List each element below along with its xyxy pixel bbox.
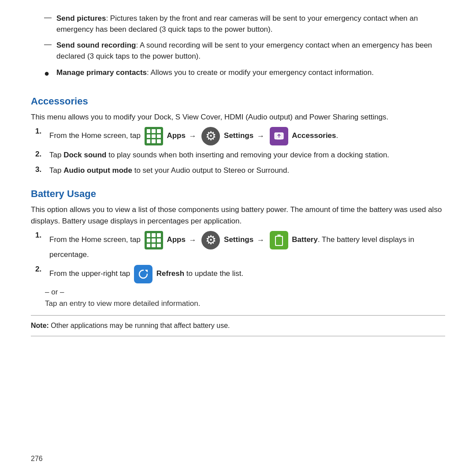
- bullet-item-manage-contacts: ● Manage primary contacts: Allows you to…: [31, 67, 445, 79]
- bullet-text: Manage primary contacts: Allows you to c…: [56, 67, 445, 79]
- apps-label: Apps: [167, 236, 186, 244]
- accessories-step-1: 1. From the Home screen, tap Apps → Sett…: [35, 127, 445, 145]
- apps-grid-icon: [145, 127, 163, 145]
- battery-end-label: Battery: [292, 236, 318, 244]
- step-part-1: Tap: [49, 151, 63, 159]
- svg-rect-3: [277, 234, 281, 236]
- note-label: Note:: [31, 322, 49, 329]
- bullet-label: Send sound recording: [56, 41, 136, 49]
- accessories-step-2: 2. Tap Dock sound to play sounds when bo…: [35, 150, 445, 161]
- step-pre: From the upper-right tap: [49, 269, 132, 278]
- arrow-2: →: [257, 132, 267, 140]
- dash-icon: —: [44, 13, 56, 35]
- accessories-steps: 1. From the Home screen, tap Apps → Sett…: [35, 127, 445, 176]
- bullet-section: — Send pictures: Pictures taken by the f…: [31, 13, 445, 84]
- audio-output-label: Audio output mode: [63, 166, 132, 175]
- bullet-label: Manage primary contacts: [56, 68, 147, 77]
- battery-step-2: 2. From the upper-right tap Refresh to u…: [35, 265, 445, 283]
- svg-rect-5: [276, 237, 282, 245]
- arrow-2: →: [257, 236, 267, 244]
- bullet-text: Send sound recording: A sound recording …: [56, 40, 445, 62]
- accessories-section: Accessories This menu allows you to modi…: [31, 92, 445, 181]
- step-text: From the Home screen, tap Apps → Setting…: [49, 231, 445, 260]
- settings-label: Settings: [224, 236, 253, 244]
- settings-icon: [201, 127, 220, 145]
- accessories-icon: [270, 127, 288, 145]
- step-number: 1.: [35, 231, 49, 240]
- dot-icon: ●: [44, 67, 56, 79]
- step-part-1: Tap: [49, 166, 63, 175]
- apps-grid-icon: [145, 231, 163, 249]
- battery-steps: 1. From the Home screen, tap Apps → Sett…: [35, 231, 445, 283]
- bullet-item-send-pictures: — Send pictures: Pictures taken by the f…: [31, 13, 445, 35]
- bullet-body: : Allows you to create or modify your em…: [147, 68, 374, 77]
- arrow-1: →: [189, 236, 199, 244]
- battery-body: This option allows you to view a list of…: [31, 204, 445, 227]
- dock-sound-label: Dock sound: [63, 151, 106, 159]
- refresh-label: Refresh: [156, 269, 184, 278]
- settings-icon: [201, 231, 220, 249]
- svg-marker-6: [145, 270, 148, 272]
- or-text: – or –: [45, 288, 445, 297]
- step-number: 3.: [35, 165, 49, 174]
- bullet-label: Send pictures: [56, 14, 106, 22]
- step-text: Tap Audio output mode to set your Audio …: [49, 165, 445, 176]
- arrow-1: →: [189, 132, 199, 140]
- page-number: 276: [31, 448, 445, 463]
- battery-section: Battery Usage This option allows you to …: [31, 185, 445, 310]
- step-text: From the upper-right tap Refresh to upda…: [49, 265, 445, 283]
- note-box: Note: Other applications may be running …: [31, 315, 445, 336]
- battery-step-1: 1. From the Home screen, tap Apps → Sett…: [35, 231, 445, 260]
- accessories-title: Accessories: [31, 96, 445, 107]
- accessories-end-label: Accessories: [292, 132, 336, 140]
- settings-label: Settings: [224, 132, 253, 140]
- step-text: From the Home screen, tap Apps → Setting…: [49, 127, 445, 145]
- battery-icon: [270, 231, 288, 249]
- step-part-2: to play sounds when both inserting and r…: [106, 151, 389, 159]
- bullet-body: : Pictures taken by the front and rear c…: [56, 14, 418, 33]
- step-number: 1.: [35, 127, 49, 136]
- battery-title: Battery Usage: [31, 188, 445, 200]
- note-text: Other applications may be running that a…: [49, 322, 230, 329]
- accessories-step-3: 3. Tap Audio output mode to set your Aud…: [35, 165, 445, 176]
- step-part-2: to set your Audio output to Stereo or Su…: [132, 166, 289, 175]
- bullet-item-send-sound: — Send sound recording: A sound recordin…: [31, 40, 445, 62]
- accessories-end-punct: .: [336, 132, 338, 140]
- apps-label: Apps: [167, 132, 186, 140]
- step-pre: From the Home screen, tap: [49, 236, 143, 244]
- refresh-post: to update the list.: [184, 269, 243, 278]
- step-text: Tap Dock sound to play sounds when both …: [49, 150, 445, 161]
- step-number: 2.: [35, 265, 49, 274]
- dash-icon: —: [44, 40, 56, 62]
- tap-entry-text: Tap an entry to view more detailed infor…: [45, 299, 445, 308]
- accessories-body: This menu allows you to modify your Dock…: [31, 112, 445, 123]
- refresh-icon: [134, 265, 152, 283]
- bullet-text: Send pictures: Pictures taken by the fro…: [56, 13, 445, 35]
- step-pre: From the Home screen, tap: [49, 132, 143, 140]
- step-number: 2.: [35, 150, 49, 159]
- page: — Send pictures: Pictures taken by the f…: [0, 0, 476, 476]
